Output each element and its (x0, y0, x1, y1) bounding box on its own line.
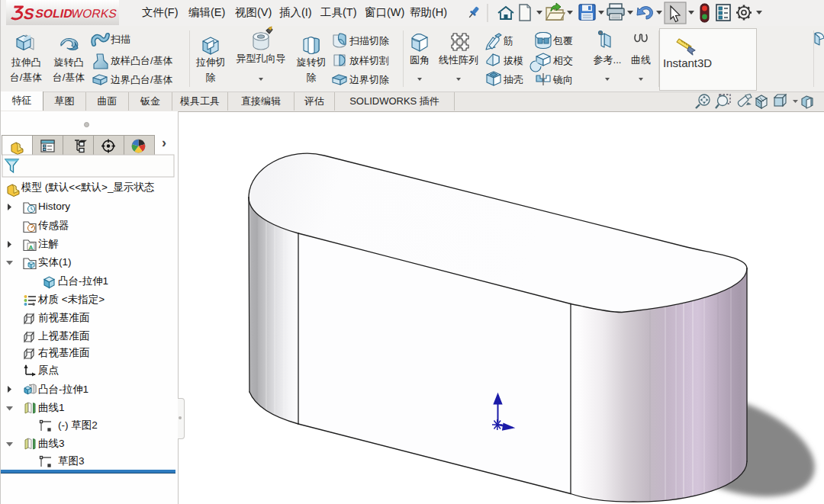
svg-text:SOLID: SOLID (34, 7, 74, 20)
svg-text:A: A (29, 244, 34, 251)
svg-text:WORKS: WORKS (70, 7, 117, 20)
